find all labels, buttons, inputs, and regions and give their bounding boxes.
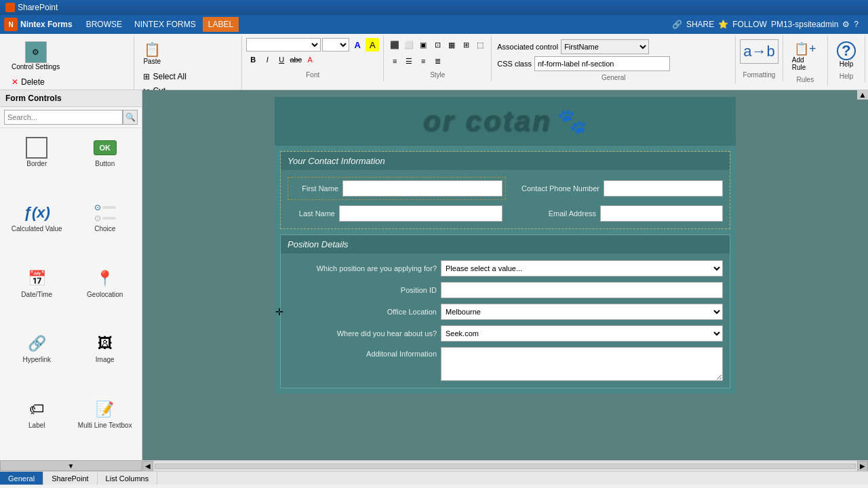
add-rule-label: Add Rule [792, 56, 818, 71]
first-name-input[interactable] [342, 180, 502, 197]
italic-button[interactable]: I [260, 53, 274, 66]
search-button[interactable]: 🔍 [123, 110, 138, 125]
nintex-logo-icon: N [4, 18, 18, 31]
scroll-left-button[interactable]: ◀ [142, 461, 153, 472]
delete-icon: ✕ [12, 77, 18, 87]
nav-follow-label[interactable]: FOLLOW [732, 20, 767, 29]
canvas-scroll-up[interactable]: ▲ [857, 90, 868, 100]
additional-info-textarea[interactable] [441, 347, 723, 381]
strikethrough-button[interactable]: abc [289, 53, 302, 66]
align-right-button[interactable]: ≡ [416, 54, 430, 68]
scroll-right-button[interactable]: ▶ [857, 461, 868, 472]
office-location-label: Office Location [288, 308, 437, 316]
nav-right: 🔗 SHARE ⭐ FOLLOW PM13-spsiteadmin ⚙ ? [667, 20, 864, 29]
scrollbar-track[interactable] [155, 464, 856, 469]
date-time-icon: 📅 [26, 268, 47, 289]
select-all-button[interactable]: ⊞ Select All [138, 70, 212, 83]
font-color-button[interactable]: A [351, 38, 364, 52]
align-justify-button[interactable]: ≣ [431, 54, 444, 68]
select-all-icon: ⊞ [143, 72, 150, 81]
bold-button[interactable]: B [246, 53, 260, 66]
hear-about-select[interactable]: Seek.com [441, 325, 723, 342]
delete-label: Delete [21, 77, 45, 87]
contact-row-2: Last Name Email Address [288, 205, 723, 222]
formatting-icon: a→b [740, 39, 778, 64]
css-class-input[interactable] [534, 56, 670, 71]
tab-general[interactable]: General [0, 472, 43, 485]
label-icon: 🏷 [26, 399, 47, 420]
control-label[interactable]: 🏷 Label [4, 394, 70, 456]
general-fields: Associated control FirstName CSS class [496, 38, 671, 73]
last-name-input[interactable] [339, 205, 502, 222]
select-all-label: Select All [153, 72, 186, 81]
style-btn-2[interactable]: ⬜ [402, 38, 416, 52]
first-name-field-wrapper: First Name [288, 177, 506, 200]
hyperlink-label: Hyperlink [22, 356, 51, 363]
align-center-button[interactable]: ☰ [402, 54, 416, 68]
nav-nintex-forms[interactable]: NINTEX FORMS [129, 17, 201, 32]
contact-row-1: First Name Contact Phone Number [288, 177, 723, 200]
ribbon-group-font: A A B I U abc A Font [242, 35, 384, 81]
phone-input[interactable] [604, 180, 723, 197]
nav-logo-text: Nintex Forms [20, 20, 73, 29]
ribbon: ⚙ Control Settings ✕ Delete ⬆ Bring to F… [0, 34, 868, 90]
nav-share-label[interactable]: SHARE [686, 20, 714, 29]
control-calculated-value[interactable]: ƒ(x) Calculated Value [4, 197, 70, 260]
control-multi-line-textbox[interactable]: 📝 Multi Line Textbox [73, 394, 138, 456]
highlight-button[interactable]: A [366, 38, 379, 52]
tab-list-columns[interactable]: List Columns [98, 472, 158, 485]
nav-user[interactable]: PM13-spsiteadmin [771, 20, 838, 29]
title-bar: SharePoint [0, 0, 868, 15]
text-highlight-btn[interactable]: A [303, 53, 317, 66]
add-rule-icon: 📋+ [794, 41, 816, 56]
align-left-button[interactable]: ≡ [388, 54, 401, 68]
calculated-value-icon: ƒ(x) [26, 202, 47, 224]
left-panel-scroll-down[interactable]: ▼ [0, 460, 142, 471]
nav-share-icon: 🔗 [672, 20, 682, 29]
nav-bar: N Nintex Forms BROWSE NINTEX FORMS LABEL… [0, 15, 868, 34]
nav-settings-icon[interactable]: ⚙ [842, 20, 850, 29]
contact-info-section: Your Contact Information First Name Cont… [280, 151, 730, 229]
canvas-area: ▲ or cotan 🐾 Your Contact Information Fi… [142, 90, 868, 471]
underline-button[interactable]: U [275, 53, 288, 66]
image-icon: 🖼 [94, 333, 116, 354]
search-input[interactable] [4, 110, 123, 125]
font-family-select[interactable] [246, 38, 321, 52]
office-location-select[interactable]: Melbourne [441, 304, 723, 320]
nav-label[interactable]: LABEL [203, 17, 239, 32]
position-applying-select[interactable]: Please select a value... [441, 260, 723, 277]
nav-browse[interactable]: BROWSE [81, 17, 127, 32]
add-rule-button[interactable]: 📋+ Add Rule [787, 38, 823, 75]
control-choice[interactable]: ⊙ ⊙ Choice [73, 197, 138, 260]
image-label: Image [96, 356, 115, 363]
control-hyperlink[interactable]: 🔗 Hyperlink [4, 328, 70, 390]
email-input[interactable] [600, 205, 723, 222]
tab-sharepoint[interactable]: SharePoint [43, 472, 97, 485]
style-btn-7[interactable]: ⬚ [473, 38, 487, 52]
control-border[interactable]: Border [4, 132, 70, 195]
choice-icon: ⊙ ⊙ [94, 202, 116, 224]
control-settings-button[interactable]: ⚙ Control Settings [7, 38, 64, 74]
form-header-logo: 🐾 [557, 107, 587, 136]
style-btn-5[interactable]: ▦ [445, 38, 458, 52]
control-date-time[interactable]: 📅 Date/Time [4, 263, 70, 325]
help-button[interactable]: ? Help [832, 38, 861, 71]
email-field-wrapper: Email Address [508, 205, 723, 222]
delete-button[interactable]: ✕ Delete [7, 75, 75, 89]
control-geolocation[interactable]: 📍 Geolocation [73, 263, 138, 325]
control-button[interactable]: OK Button [73, 132, 138, 195]
move-cursor-icon[interactable]: ✛ [275, 306, 283, 317]
paste-button[interactable]: 📋 Paste [138, 38, 165, 68]
nav-star-icon: ⭐ [718, 20, 728, 29]
style-btn-6[interactable]: ⊞ [459, 38, 473, 52]
style-btn-1[interactable]: ⬛ [388, 38, 401, 52]
control-image[interactable]: 🖼 Image [73, 328, 138, 390]
style-btn-3[interactable]: ▣ [416, 38, 430, 52]
position-id-input[interactable] [441, 282, 723, 298]
help-label: Help [840, 60, 854, 68]
style-btn-4[interactable]: ⊡ [431, 38, 444, 52]
nav-help-icon[interactable]: ? [854, 20, 859, 29]
associated-control-select[interactable]: FirstName [561, 39, 649, 54]
font-size-select[interactable] [322, 38, 349, 52]
form-controls-title: Form Controls [0, 90, 142, 107]
